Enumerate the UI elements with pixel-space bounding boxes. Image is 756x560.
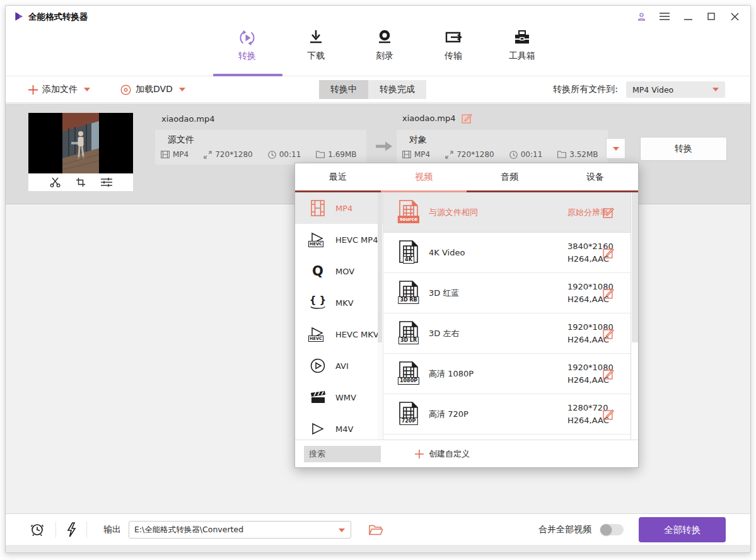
edit-preset-icon[interactable] bbox=[603, 328, 614, 339]
file-size-icon bbox=[557, 151, 566, 158]
edit-preset-icon[interactable] bbox=[603, 368, 614, 380]
menu-icon[interactable] bbox=[659, 11, 670, 22]
dvd-icon bbox=[120, 85, 131, 95]
format-item-m4v[interactable]: M4V bbox=[295, 413, 383, 441]
divider bbox=[86, 522, 87, 538]
target-format-dropdown-button[interactable] bbox=[606, 138, 625, 159]
close-button[interactable] bbox=[729, 11, 740, 22]
preset-name: 与源文件相同 bbox=[429, 207, 478, 218]
format-item-mov[interactable]: Q MOV bbox=[295, 255, 383, 287]
tab-toolbox[interactable]: 工具箱 bbox=[497, 28, 547, 62]
crop-icon[interactable] bbox=[76, 177, 86, 187]
preset-list-scrollbar[interactable] bbox=[631, 192, 638, 441]
effects-sliders-icon[interactable] bbox=[101, 177, 112, 187]
load-dvd-button[interactable]: 加载DVD bbox=[120, 76, 185, 103]
matroska-icon: { } bbox=[309, 295, 327, 311]
convert-all-button[interactable]: 全部转换 bbox=[639, 517, 726, 542]
source-size: 1.69MB bbox=[328, 150, 356, 159]
popup-tab-device[interactable]: 设备 bbox=[552, 163, 638, 192]
convert-all-to-label: 转换所有文件到: bbox=[553, 76, 618, 103]
video-thumbnail bbox=[28, 113, 133, 191]
duration-icon bbox=[509, 151, 518, 159]
trim-scissors-icon[interactable] bbox=[50, 177, 61, 187]
minimize-button[interactable] bbox=[682, 11, 694, 22]
target-panel-title: 对象 bbox=[409, 134, 427, 146]
popup-tab-video[interactable]: 视频 bbox=[381, 163, 467, 192]
tab-converting[interactable]: 转换中 bbox=[319, 80, 368, 99]
format-item-label: HEVC MP4 bbox=[335, 235, 378, 245]
chevron-down-icon bbox=[613, 147, 619, 151]
search-input[interactable] bbox=[304, 446, 381, 462]
tab-download[interactable]: 下载 bbox=[291, 28, 340, 62]
source-format: MP4 bbox=[173, 150, 189, 159]
app-title: 全能格式转换器 bbox=[28, 11, 88, 23]
popup-tab-recent[interactable]: 最近 bbox=[295, 163, 381, 192]
popup-tab-audio[interactable]: 音频 bbox=[467, 163, 552, 192]
preset-row-1080p[interactable]: 1080P 高清 1080P 1920*1080 H264,AAC bbox=[383, 354, 632, 394]
tab-convert-label: 转换 bbox=[223, 50, 272, 62]
720p-preset-icon: 720P bbox=[398, 401, 419, 425]
preset-name: 高清 1080P bbox=[429, 368, 474, 380]
source-panel-title: 源文件 bbox=[168, 134, 194, 146]
preset-name: 4K Video bbox=[429, 248, 465, 257]
chevron-down-icon bbox=[712, 88, 719, 91]
tab-transfer[interactable]: 传输 bbox=[429, 28, 478, 62]
format-item-mkv[interactable]: { } MKV bbox=[295, 287, 383, 318]
open-folder-icon[interactable] bbox=[369, 525, 383, 535]
format-sidebar: MP4 HEVC HEVC MP4 Q MOV bbox=[295, 192, 383, 441]
avi-play-circle-icon bbox=[309, 358, 327, 373]
window-footer bbox=[6, 545, 750, 553]
sidebar-scrollbar[interactable] bbox=[378, 192, 382, 441]
duration-icon bbox=[268, 151, 276, 159]
3d-lr-preset-icon: 3D LR bbox=[398, 320, 419, 344]
format-item-mp4[interactable]: MP4 bbox=[295, 192, 383, 224]
output-format-value: MP4 Video bbox=[632, 85, 673, 95]
edit-preset-icon[interactable] bbox=[603, 207, 614, 218]
main-nav: 转换 下载 刻录 传输 bbox=[223, 28, 547, 62]
tab-convert[interactable]: 转换 bbox=[223, 28, 272, 62]
app-window: 全能格式转换器 bbox=[5, 5, 751, 553]
format-item-hevc-mkv[interactable]: HEVC HEVC MKV bbox=[295, 318, 383, 350]
preset-row-3d-lr[interactable]: 3D LR 3D 左右 1920*1080 H264,AAC bbox=[383, 313, 632, 354]
format-item-label: HEVC MKV bbox=[335, 330, 379, 339]
account-icon[interactable] bbox=[636, 11, 647, 22]
edit-preset-icon[interactable] bbox=[603, 409, 614, 420]
tab-download-label: 下载 bbox=[291, 50, 340, 62]
target-size: 3.52MB bbox=[569, 150, 598, 159]
high-speed-icon[interactable] bbox=[66, 522, 76, 537]
tab-converted[interactable]: 转换完成 bbox=[368, 80, 426, 99]
add-files-button[interactable]: 添加文件 bbox=[28, 76, 90, 103]
hevc-play-icon: HEVC bbox=[309, 327, 327, 342]
rename-edit-icon[interactable] bbox=[462, 113, 472, 124]
output-format-dropdown[interactable]: MP4 Video bbox=[626, 81, 725, 98]
output-path-input[interactable] bbox=[129, 522, 351, 538]
maximize-button[interactable] bbox=[706, 11, 717, 22]
preset-name: 高清 720P bbox=[429, 409, 468, 420]
format-item-avi[interactable]: AVI bbox=[295, 350, 383, 382]
hevc-play-icon: HEVC bbox=[309, 232, 327, 247]
toolbox-icon bbox=[497, 28, 547, 48]
tab-burn[interactable]: 刻录 bbox=[360, 28, 409, 62]
output-path-dropdown[interactable] bbox=[129, 521, 351, 539]
convert-button[interactable]: 转换 bbox=[640, 137, 727, 161]
merge-toggle[interactable] bbox=[600, 524, 624, 535]
preset-row-3d-rb[interactable]: 3D RB 3D 红蓝 1920*1080 H264,AAC bbox=[383, 273, 632, 313]
target-resolution: 720*1280 bbox=[457, 150, 494, 159]
preset-row-720p[interactable]: 720P 高清 720P 1280*720 H264,AAC bbox=[383, 394, 632, 435]
schedule-clock-icon[interactable] bbox=[30, 522, 45, 537]
preset-row-source[interactable]: source 与源文件相同 原始分辨率 bbox=[383, 192, 632, 233]
target-duration: 00:11 bbox=[521, 150, 543, 159]
arrow-right-icon bbox=[376, 141, 392, 151]
chevron-down-icon bbox=[339, 528, 345, 532]
edit-preset-icon[interactable] bbox=[603, 247, 614, 259]
clapperboard-icon bbox=[309, 390, 327, 404]
create-custom-button[interactable]: 创建自定义 bbox=[415, 448, 470, 460]
preset-row-4k[interactable]: 4K 4K Video 3840*2160 H264,AAC bbox=[383, 233, 632, 273]
plus-icon bbox=[28, 85, 38, 95]
source-resolution: 720*1280 bbox=[215, 150, 252, 159]
format-item-wmv[interactable]: WMV bbox=[295, 382, 383, 413]
edit-preset-icon[interactable] bbox=[603, 288, 614, 299]
quicktime-icon: Q bbox=[312, 264, 323, 278]
resolution-icon bbox=[445, 151, 453, 159]
format-item-hevc-mp4[interactable]: HEVC HEVC MP4 bbox=[295, 224, 383, 255]
